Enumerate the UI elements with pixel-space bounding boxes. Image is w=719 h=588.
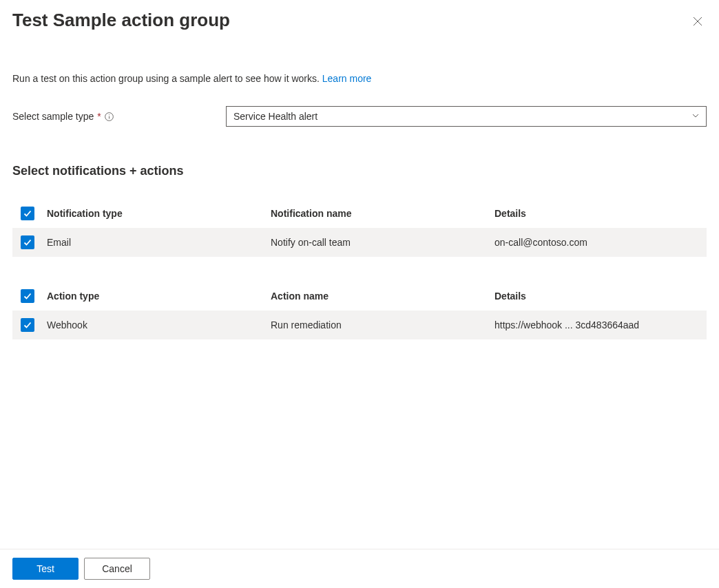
actions-header-row: Action type Action name Details [12,282,707,311]
actions-col-details: Details [494,291,698,302]
action-details: https://webhook ... 3cd483664aad [494,319,698,330]
page-title: Test Sample action group [12,10,230,31]
sample-type-select[interactable]: Service Health alert [226,106,707,127]
close-button[interactable] [689,12,707,33]
learn-more-link[interactable]: Learn more [322,73,372,84]
action-row-checkbox[interactable] [21,318,34,332]
sample-type-row: Select sample type * Service Health aler… [12,106,707,127]
sample-type-value: Service Health alert [233,111,317,122]
cancel-button[interactable]: Cancel [84,558,150,580]
notification-type: Email [47,237,271,248]
required-star-icon: * [97,111,101,122]
section-title: Select notifications + actions [12,164,707,178]
notification-row-checkbox[interactable] [21,235,34,249]
notification-name: Notify on-call team [271,237,494,248]
notifications-table: Notification type Notification name Deta… [12,199,707,257]
actions-col-name: Action name [271,291,494,302]
test-button[interactable]: Test [12,558,79,580]
notifications-select-all-checkbox[interactable] [21,207,34,220]
actions-col-type: Action type [47,291,271,302]
footer-bar: Test Cancel [0,549,719,588]
actions-select-all-checkbox[interactable] [21,289,34,303]
actions-table: Action type Action name Details Webhook … [12,282,707,339]
close-icon [693,17,702,26]
info-icon[interactable] [105,112,114,121]
notifications-header-row: Notification type Notification name Deta… [12,199,707,228]
notification-details: on-call@contoso.com [494,237,698,248]
table-row[interactable]: Email Notify on-call team on-call@contos… [12,228,707,257]
sample-type-label: Select sample type * [12,111,226,122]
action-name: Run remediation [271,319,494,330]
description-text: Run a test on this action group using a … [12,73,707,84]
notifications-col-type: Notification type [47,208,271,219]
notifications-col-name: Notification name [271,208,494,219]
table-row[interactable]: Webhook Run remediation https://webhook … [12,311,707,339]
sample-type-label-text: Select sample type [12,111,94,122]
notifications-col-details: Details [494,208,698,219]
action-type: Webhook [47,319,271,330]
description-body: Run a test on this action group using a … [12,73,322,84]
svg-point-1 [109,114,110,115]
